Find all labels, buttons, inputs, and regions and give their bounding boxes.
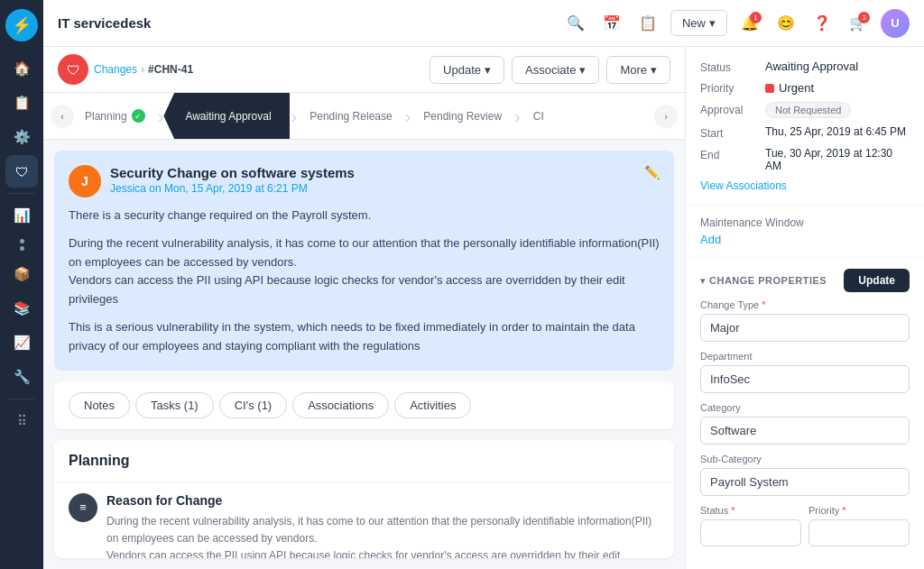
department-label: Department — [700, 351, 910, 362]
sidebar-item-tickets[interactable]: 📋 — [5, 87, 38, 119]
associate-button[interactable]: Associate ▾ — [512, 56, 599, 84]
step-awaiting-approval[interactable]: Awaiting Approval › — [163, 93, 297, 139]
search-icon[interactable]: 🔍 — [562, 10, 589, 37]
priority-value: Urgent — [779, 81, 814, 95]
planning-card: Planning ≡ Reason for Change During the … — [54, 440, 674, 558]
cart-icon[interactable]: 🛒 3 — [845, 10, 872, 37]
category-label: Category — [700, 402, 910, 413]
right-panel: Status Awaiting Approval Priority Urgent… — [685, 47, 924, 569]
step-pending-release[interactable]: Pending Release › — [297, 93, 411, 139]
priority-form-label: Priority — [808, 505, 839, 516]
cart-badge: 3 — [858, 12, 870, 23]
change-type-select[interactable]: Major — [700, 314, 910, 342]
top-header: IT servicedesk 🔍 📅 📋 New ▾ 🔔 1 😊 ❓ 🛒 3 U — [43, 0, 924, 47]
notification-icon[interactable]: 🔔 1 — [736, 10, 763, 37]
breadcrumb-separator: › — [141, 63, 144, 76]
sidebar-item-gear[interactable]: ⚙️ — [5, 121, 38, 153]
sidebar-item-tools[interactable]: 🔧 — [5, 361, 38, 393]
workflow-bar: ‹ Planning ✓ › Awaiting Approval — [43, 93, 685, 140]
sidebar-logo: ⚡ — [5, 9, 38, 41]
subcategory-select[interactable]: Payroll System — [700, 468, 910, 496]
maintenance-window-label: Maintenance Window — [700, 216, 910, 229]
sidebar-item-docs[interactable]: 📚 — [5, 292, 38, 325]
tab-activities[interactable]: Activities — [394, 392, 471, 418]
tab-cis[interactable]: CI's (1) — [219, 392, 287, 418]
tab-associations[interactable]: Associations — [292, 392, 389, 418]
step-ci[interactable]: CI — [521, 93, 557, 139]
update-button[interactable]: Update ▾ — [430, 56, 504, 84]
reason-icon: ≡ — [69, 493, 97, 522]
reason-title: Reason for Change — [106, 493, 660, 508]
change-title: Security Change on software systems — [110, 165, 635, 180]
status-value: Awaiting Approval — [765, 60, 858, 73]
step-pending-review[interactable]: Pending Review › — [411, 93, 520, 139]
step-planning[interactable]: Planning ✓ › — [74, 93, 163, 139]
tab-tasks[interactable]: Tasks (1) — [135, 392, 214, 418]
end-label: End — [700, 147, 765, 161]
sidebar-item-packages[interactable]: 📦 — [5, 258, 38, 290]
sidebar-dots — [20, 234, 24, 256]
breadcrumb-current: #CHN-41 — [148, 63, 193, 76]
breadcrumb: Changes › #CHN-41 — [94, 63, 193, 76]
add-maintenance-link[interactable]: Add — [700, 233, 721, 246]
workflow-prev[interactable]: ‹ — [51, 105, 74, 128]
status-label: Status — [700, 60, 765, 74]
user-avatar[interactable]: U — [881, 9, 910, 38]
notification-badge: 1 — [750, 12, 762, 23]
department-select[interactable]: InfoSec — [700, 365, 910, 393]
sidebar-item-chart[interactable]: 📊 — [5, 199, 38, 232]
edit-icon[interactable]: ✏️ — [644, 165, 660, 179]
question-icon[interactable]: ❓ — [808, 10, 836, 37]
priority-form-select[interactable] — [808, 519, 910, 546]
category-select[interactable]: Software — [700, 417, 910, 445]
ticket-icon: 🛡 — [58, 54, 88, 85]
tab-notes[interactable]: Notes — [69, 392, 130, 418]
end-value: Tue, 30 Apr, 2019 at 12:30 AM — [765, 147, 910, 172]
tabs-bar: Notes Tasks (1) CI's (1) Associations Ac… — [54, 381, 674, 429]
change-meta: Jessica on Mon, 15 Apr, 2019 at 6:21 PM — [110, 182, 635, 195]
subcategory-label: Sub-Category — [700, 454, 910, 464]
view-associations-link[interactable]: View Associations — [700, 179, 910, 192]
change-card: J Security Change on software systems Je… — [54, 151, 674, 371]
status-form-select[interactable] — [700, 519, 801, 546]
change-text-1: There is a security change required on t… — [69, 206, 660, 225]
approval-badge: Not Requested — [765, 102, 851, 118]
smiley-icon[interactable]: 😊 — [772, 10, 799, 37]
list-icon[interactable]: 📋 — [634, 10, 661, 37]
reason-text: During the recent vulnerability analysis… — [106, 513, 660, 558]
sidebar-item-analytics[interactable]: 📈 — [5, 326, 38, 359]
breadcrumb-action-bar: 🛡 Changes › #CHN-41 Update ▾ — [43, 47, 685, 93]
start-label: Start — [700, 125, 765, 140]
new-button[interactable]: New ▾ — [670, 10, 727, 36]
more-button[interactable]: More ▾ — [606, 56, 670, 84]
chevron-down-icon: ▾ — [700, 275, 706, 287]
sidebar-item-grid[interactable]: ⠿ — [5, 405, 38, 437]
change-props-title: CHANGE PROPERTIES — [709, 275, 827, 286]
change-avatar: J — [69, 165, 101, 197]
change-text-3: This is a serious vulnerability in the s… — [69, 318, 660, 356]
app-title: IT servicedesk — [58, 15, 151, 31]
sidebar: ⚡ 🏠 📋 ⚙️ 🛡 📊 📦 📚 📈 🔧 ⠿ — [0, 0, 43, 569]
breadcrumb-parent[interactable]: Changes — [94, 63, 137, 76]
sidebar-item-shield[interactable]: 🛡 — [5, 155, 38, 188]
urgent-dot — [765, 84, 774, 93]
planning-title: Planning — [54, 440, 674, 482]
change-text-2: During the recent vulnerability analysis… — [69, 234, 660, 309]
change-type-required: * — [762, 299, 765, 310]
change-type-label: Change Type — [700, 299, 759, 310]
calendar-icon[interactable]: 📅 — [598, 10, 625, 37]
start-value: Thu, 25 Apr, 2019 at 6:45 PM — [765, 125, 906, 138]
priority-label: Priority — [700, 82, 765, 95]
sidebar-divider — [9, 193, 34, 194]
approval-label: Approval — [700, 104, 765, 116]
workflow-next[interactable]: › — [654, 105, 678, 128]
sidebar-item-home[interactable]: 🏠 — [5, 52, 38, 85]
status-form-label: Status — [700, 505, 728, 516]
props-update-button[interactable]: Update — [844, 269, 910, 292]
sidebar-divider-2 — [9, 399, 34, 399]
